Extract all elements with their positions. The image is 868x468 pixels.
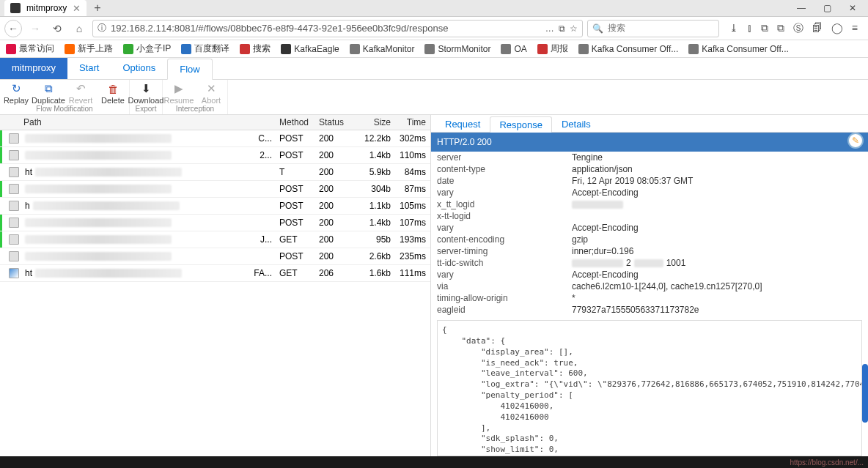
flow-list-pane: Path Method Status Size Time C...POST200… <box>0 115 431 456</box>
toolbar-icon-1[interactable]: ⫿ <box>747 22 752 35</box>
download-button[interactable]: ⬇Download <box>130 81 162 105</box>
detail-tab-request[interactable]: Request <box>435 116 490 132</box>
response-body[interactable]: { "data": { "display_area": [], "is_need… <box>437 320 862 456</box>
bookmark-item[interactable]: 新手上路 <box>65 42 113 55</box>
bookmark-item[interactable]: KafkaMonitor <box>350 44 415 54</box>
bookmark-item[interactable]: StormMonitor <box>424 44 490 54</box>
forward-button[interactable]: → <box>26 20 44 37</box>
header-key: content-encoding <box>437 234 572 245</box>
app-tab-start[interactable]: Start <box>67 58 111 79</box>
minimize-button[interactable]: — <box>797 3 806 13</box>
header-key: server <box>437 152 572 163</box>
detail-tab-details[interactable]: Details <box>552 116 600 132</box>
toolbar-icon-7[interactable]: ≡ <box>852 22 858 35</box>
row-method: GET <box>279 232 319 247</box>
scrollbar-thumb[interactable] <box>862 364 868 423</box>
toolbar-icon-4[interactable]: Ⓢ <box>793 22 803 35</box>
table-row[interactable]: hPOST2001.1kb105ms <box>0 198 430 215</box>
maximize-button[interactable]: ▢ <box>823 3 831 13</box>
table-row[interactable]: 2...POST2001.4kb110ms <box>0 147 430 164</box>
delete-button[interactable]: 🗑Delete <box>97 81 129 105</box>
toolbar-icon-0[interactable]: ⤓ <box>729 22 738 35</box>
header-row: x-tt-logid <box>431 210 868 222</box>
app-tab-mitmproxy[interactable]: mitmproxy <box>0 58 67 79</box>
toolbar: ↻Replay⧉Duplicate↶Revert🗑DeleteFlow Modi… <box>0 80 868 115</box>
bookmark-item[interactable]: 搜索 <box>240 42 271 55</box>
replay-icon: ↻ <box>12 83 21 94</box>
toolbar-icon-5[interactable]: 🗐 <box>812 22 823 35</box>
home-button[interactable]: ⌂ <box>70 20 88 37</box>
header-value: application/json <box>572 164 862 174</box>
col-path[interactable]: Path <box>0 115 279 130</box>
replay-button[interactable]: ↻Replay <box>0 81 32 105</box>
bookmark-item[interactable]: 小盒子IP <box>123 42 171 55</box>
row-status: 200 <box>319 232 351 247</box>
bookmark-item[interactable]: 周报 <box>537 42 568 55</box>
close-window-button[interactable]: ✕ <box>849 3 856 13</box>
bookmark-item[interactable]: KafkaEagle <box>281 44 339 54</box>
table-row[interactable]: C...POST20012.2kb302ms <box>0 130 430 147</box>
bookmark-icon <box>6 44 16 54</box>
col-status[interactable]: Status <box>319 115 351 130</box>
tool-label: Abort <box>202 96 221 105</box>
edit-icon[interactable]: ✎ <box>847 133 864 149</box>
detail-tab-response[interactable]: Response <box>490 116 552 133</box>
row-size: 1.4kb <box>351 215 391 230</box>
app-tab-options[interactable]: Options <box>111 58 167 79</box>
header-key: x_tt_logid <box>437 199 572 209</box>
reader-icon[interactable]: ⧉ <box>559 23 565 34</box>
table-row[interactable]: POST2002.6kb235ms <box>0 248 430 265</box>
header-key: tt-idc-switch <box>437 258 572 268</box>
info-icon[interactable]: ⓘ <box>98 22 106 34</box>
app-tab-flow[interactable]: Flow <box>167 59 212 80</box>
table-row[interactable]: POST2001.4kb107ms <box>0 215 430 231</box>
tab-title: mitmproxy <box>26 3 67 13</box>
bookmark-label: 小盒子IP <box>136 42 171 55</box>
http-status-text: HTTP/2.0 200 <box>437 137 492 147</box>
table-row[interactable]: POST200304b87ms <box>0 181 430 198</box>
bookmark-item[interactable]: 百度翻译 <box>181 42 229 55</box>
row-type-icon <box>9 201 19 211</box>
new-tab-button[interactable]: + <box>87 1 108 15</box>
reload-button[interactable]: ⟲ <box>48 20 66 37</box>
row-path <box>21 216 279 229</box>
bookmark-icon <box>240 44 250 54</box>
search-input[interactable]: 🔍 搜索 <box>587 20 719 37</box>
table-row[interactable]: htT2005.9kb84ms <box>0 164 430 181</box>
row-method: POST <box>279 131 319 146</box>
toolbar-icon-3[interactable]: ⧉ <box>777 22 784 35</box>
row-status: 200 <box>319 182 351 196</box>
toolbar-icon-2[interactable]: ⧉ <box>761 22 768 35</box>
header-row: x_tt_logid <box>431 198 868 210</box>
row-type-icon <box>9 234 19 245</box>
star-icon[interactable]: ☆ <box>570 23 578 34</box>
row-path: J... <box>21 232 279 247</box>
back-button[interactable]: ← <box>4 20 22 37</box>
more-icon[interactable]: … <box>545 23 554 34</box>
header-key: x-tt-logid <box>437 211 572 221</box>
header-value: gzip <box>572 234 862 245</box>
header-value <box>572 211 862 221</box>
header-row: varyAccept-Encoding <box>431 269 868 281</box>
close-icon[interactable]: ✕ <box>73 3 81 14</box>
bookmark-item[interactable]: 最常访问 <box>6 42 54 55</box>
detail-tabs: RequestResponseDetails <box>431 115 868 133</box>
col-size[interactable]: Size <box>351 115 391 130</box>
duplicate-button[interactable]: ⧉Duplicate <box>32 81 65 105</box>
table-row[interactable]: htFA...GET2061.6kb111ms <box>0 265 430 282</box>
bookmark-item[interactable]: Kafka Consumer Off... <box>578 44 679 54</box>
tool-label: Revert <box>69 96 92 105</box>
bookmark-item[interactable]: Kafka Consumer Off... <box>688 44 789 54</box>
tool-label: Resume <box>164 96 194 105</box>
header-value: Fri, 12 Apr 2019 08:05:37 GMT <box>572 176 862 186</box>
row-method: POST <box>279 198 319 213</box>
bookmark-item[interactable]: OA <box>501 44 526 54</box>
url-input[interactable]: ⓘ 192.168.2.114:8081/#/flows/08bbec76-e8… <box>92 20 583 37</box>
table-row[interactable]: J...GET20095b193ms <box>0 231 430 248</box>
tab-favicon <box>10 3 21 13</box>
header-value: inner;dur=0.196 <box>572 246 862 256</box>
browser-tab[interactable]: mitmproxy ✕ <box>4 0 87 16</box>
col-method[interactable]: Method <box>279 115 319 130</box>
toolbar-icon-6[interactable]: ◯ <box>831 22 843 35</box>
col-time[interactable]: Time <box>391 115 430 130</box>
